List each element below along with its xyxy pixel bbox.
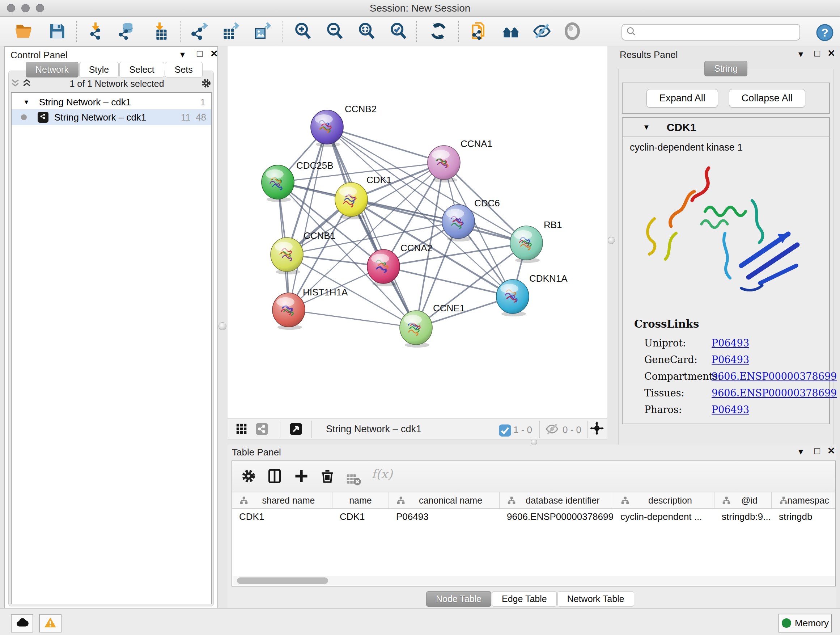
network-node-ccne1[interactable]: CCNE1 [400,302,465,348]
maximize-results-icon[interactable]: □ [814,49,820,58]
column-header-database-identifier[interactable]: database identifier [500,492,613,508]
table-cell[interactable]: cyclin-dependent ... [613,511,714,523]
table-hscrollbar[interactable] [233,576,835,585]
open-session-icon[interactable] [14,22,35,42]
hidden-elements-icon[interactable] [545,422,559,437]
gene-section-header[interactable]: ▼ CDK1 [622,118,829,137]
network-edge[interactable] [289,310,416,328]
import-database-icon[interactable] [118,22,138,42]
birds-eye-view-icon[interactable] [289,422,303,437]
zoom-fit-icon[interactable] [357,22,378,42]
column-header-description[interactable]: description [613,492,714,508]
tab-style[interactable]: Style [79,62,119,78]
save-session-icon[interactable] [48,22,68,42]
network-edge[interactable] [289,127,327,310]
eye-slash-icon[interactable] [532,22,553,42]
export-network-icon[interactable] [190,22,210,42]
maximize-table-icon[interactable]: □ [814,446,820,455]
export-image-icon[interactable] [253,22,273,42]
crosslink-link[interactable]: 9606.ENSP00000378699 [712,371,837,382]
warnings-button[interactable] [39,614,62,632]
network-edge[interactable] [327,127,444,163]
memory-button[interactable]: Memory [778,614,832,632]
delete-column-icon[interactable] [319,468,336,485]
add-column-icon[interactable] [294,468,310,485]
left-splitter-knob[interactable] [218,322,226,330]
network-node-cdc25b[interactable]: CDC25B [262,160,333,202]
tab-node-table[interactable]: Node Table [426,591,491,607]
right-splitter-knob[interactable] [608,237,615,244]
gene-expander-icon[interactable]: ▼ [643,123,650,131]
column-header-shared-name[interactable]: shared name [232,492,332,508]
import-table-icon[interactable] [150,22,171,42]
table-cell[interactable]: stringdb [772,511,832,523]
table-cell[interactable]: CDK1 [232,511,332,523]
network-node-ccnb2[interactable]: CCNB2 [311,103,377,147]
network-collection-row[interactable]: ▼ String Network – cdk1 1 [11,95,211,109]
selected-nodes-checkbox-icon[interactable] [498,424,509,439]
tab-sets[interactable]: Sets [165,62,202,78]
table-cell[interactable]: 9606.ENSP00000378699 [500,511,613,523]
tab-select[interactable]: Select [119,62,164,78]
function-builder-icon[interactable]: f(x) [371,467,393,483]
column-header-namespac[interactable]: namespac [772,492,832,508]
close-table-icon[interactable]: ✕ [827,446,835,455]
column-header-@id[interactable]: @id [714,492,772,508]
expand-all-button[interactable]: Expand All [646,89,718,108]
collapse-all-icon[interactable] [10,78,21,89]
export-table-icon[interactable] [221,22,242,42]
network-node-ccna1[interactable]: CCNA1 [428,138,493,182]
network-canvas[interactable]: CCNB2CCNA1CDC25BCDK1CDC6RB1CCNB1CCNA2CDK… [227,46,607,418]
tab-string[interactable]: String [704,61,747,76]
tab-edge-table[interactable]: Edge Table [492,591,557,607]
network-node-rb1[interactable]: RB1 [510,219,562,263]
network-node-hist1h1a[interactable]: HIST1H1A [272,287,348,330]
delete-table-icon[interactable] [346,471,362,488]
table-options-gear-icon[interactable] [240,468,257,485]
crosslink-link[interactable]: P06493 [712,337,749,348]
zoom-out-icon[interactable] [325,22,346,42]
grid-view-icon[interactable] [235,422,248,437]
fit-content-crosshair-icon[interactable] [590,421,604,437]
network-options-gear-icon[interactable] [201,78,212,89]
search-input[interactable] [637,25,799,40]
crosslink-link[interactable]: 9606.ENSP00000378699 [712,387,837,399]
help-button[interactable]: ? [816,24,834,41]
tab-network-table[interactable]: Network Table [557,591,634,607]
expand-all-icon[interactable] [21,78,33,89]
network-edge[interactable] [351,200,526,243]
table-hscrollbar-thumb[interactable] [237,578,328,584]
close-results-icon[interactable]: ✕ [827,49,835,58]
table-cell[interactable]: stringdb:9... [714,511,772,523]
eye-ball-icon[interactable] [563,22,583,42]
float-panel-icon[interactable]: ▾ [180,50,185,59]
crosslink-link[interactable]: P06493 [712,354,749,365]
show-columns-icon[interactable] [267,468,283,485]
network-node-ccnb1[interactable]: CCNB1 [271,230,335,274]
column-header-name[interactable]: name [332,492,389,508]
left-splitter[interactable] [218,46,227,608]
refresh-icon[interactable] [429,22,449,42]
column-header-canonical-name[interactable]: canonical name [389,492,500,508]
network-graph[interactable]: CCNB2CCNA1CDC25BCDK1CDC6RB1CCNB1CCNA2CDK… [227,46,607,418]
search-box[interactable] [622,24,800,41]
maximize-panel-icon[interactable]: □ [197,49,202,58]
table-row[interactable]: CDK1CDK1P064939606.ENSP00000378699cyclin… [232,509,835,524]
zoom-selected-icon[interactable] [389,22,409,42]
network-row[interactable]: String Network – cdk1 11 48 [11,109,211,125]
crosslink-link[interactable]: P06493 [712,404,749,415]
zoom-in-icon[interactable] [294,22,314,42]
table-cell[interactable]: P06493 [389,511,500,523]
close-panel-icon[interactable]: ✕ [210,49,218,58]
cloud-status-button[interactable] [11,614,33,632]
network-node-cdk1[interactable]: CDK1 [335,174,392,219]
float-table-icon[interactable]: ▾ [798,447,803,456]
network-overview-icon[interactable] [255,422,269,437]
import-network-icon[interactable] [86,22,106,42]
double-house-icon[interactable] [501,22,522,42]
collection-expander-icon[interactable]: ▼ [23,98,30,106]
tab-network[interactable]: Network [26,62,79,78]
float-results-icon[interactable]: ▾ [798,49,803,59]
collapse-all-button[interactable]: Collapse All [729,89,805,108]
table-cell[interactable]: CDK1 [332,511,389,523]
